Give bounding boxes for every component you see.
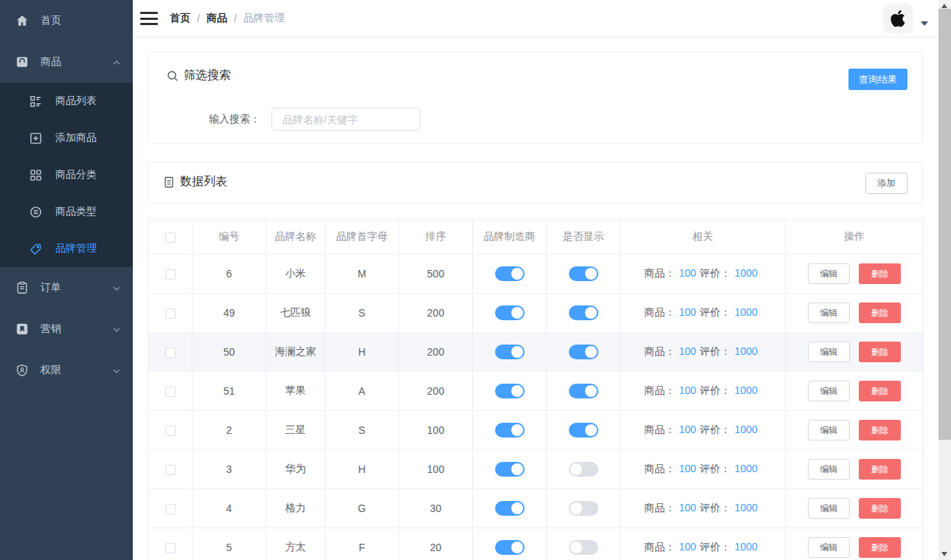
sidebar-item-permission[interactable]: 权限 (0, 350, 133, 391)
brand-letter-cell: H (325, 450, 399, 489)
show-toggle[interactable] (569, 345, 598, 359)
delete-button[interactable]: 删除 (859, 537, 901, 558)
sidebar-item-add-product[interactable]: 添加商品 (0, 120, 133, 156)
brand-sort-cell: 30 (399, 489, 473, 528)
review-count-link[interactable]: 1000 (735, 345, 758, 357)
sidebar-item-product[interactable]: 商品 (0, 41, 133, 83)
brand-search-input[interactable] (272, 108, 421, 131)
show-toggle[interactable] (569, 266, 598, 281)
show-toggle[interactable] (569, 305, 598, 320)
review-count-link[interactable]: 1000 (735, 267, 758, 279)
query-result-button[interactable]: 查询结果 (848, 69, 907, 90)
delete-button[interactable]: 删除 (859, 420, 901, 440)
scroll-up-arrow-icon[interactable] (941, 4, 947, 8)
factory-toggle[interactable] (495, 384, 525, 398)
edit-button[interactable]: 编辑 (808, 459, 850, 480)
sidebar-item-brand-management[interactable]: 品牌管理 (0, 230, 133, 267)
sidebar-item-marketing[interactable]: 营销 (0, 308, 133, 350)
edit-button[interactable]: 编辑 (808, 342, 850, 362)
show-toggle[interactable] (569, 462, 598, 477)
review-count-link[interactable]: 1000 (735, 424, 758, 435)
row-checkbox[interactable] (165, 308, 176, 319)
row-checkbox[interactable] (165, 348, 176, 358)
table-row: 3 华为 H 100 商品：100评价：1000 编辑删除 (148, 450, 924, 489)
scroll-down-arrow-icon[interactable] (941, 552, 947, 556)
row-checkbox[interactable] (165, 387, 176, 397)
edit-button[interactable]: 编辑 (808, 381, 850, 401)
show-toggle[interactable] (569, 540, 598, 555)
row-checkbox[interactable] (165, 269, 176, 280)
factory-toggle[interactable] (495, 305, 525, 320)
table-list-icon (163, 176, 175, 188)
column-header-sort: 排序 (399, 220, 473, 255)
sidebar-item-product-list[interactable]: 商品列表 (0, 83, 133, 120)
factory-toggle[interactable] (495, 462, 525, 477)
review-count-link[interactable]: 1000 (735, 384, 758, 396)
sidebar-item-label: 商品分类 (55, 168, 97, 182)
delete-button[interactable]: 删除 (859, 342, 901, 362)
product-count-link[interactable]: 100 (679, 384, 696, 396)
product-count-link[interactable]: 100 (679, 306, 696, 318)
vertical-scrollbar[interactable] (938, 0, 951, 560)
review-count-link[interactable]: 1000 (735, 502, 758, 514)
filter-card: 筛选搜索 查询结果 输入搜索： (148, 52, 923, 144)
product-count-link[interactable]: 100 (679, 463, 696, 474)
delete-button[interactable]: 删除 (859, 303, 901, 323)
scrollbar-thumb[interactable] (938, 9, 951, 440)
show-toggle[interactable] (569, 501, 598, 516)
review-count-link[interactable]: 1000 (735, 306, 758, 318)
factory-toggle[interactable] (495, 501, 525, 516)
breadcrumb-product[interactable]: 商品 (207, 12, 227, 25)
product-count-link[interactable]: 100 (679, 502, 696, 514)
related-cell: 商品：100评价：1000 (620, 255, 786, 294)
delete-button[interactable]: 删除 (859, 459, 901, 480)
sidebar-item-label: 订单 (41, 281, 112, 294)
sidebar-item-order[interactable]: 订单 (0, 267, 133, 308)
sidebar-item-label: 营销 (41, 322, 112, 336)
data-list-title: 数据列表 (163, 174, 227, 190)
factory-toggle[interactable] (495, 423, 525, 438)
delete-button[interactable]: 删除 (859, 381, 901, 401)
brand-name-cell: 格力 (266, 489, 325, 528)
add-brand-button[interactable]: 添加 (865, 173, 907, 194)
product-count-label: 商品： (644, 541, 675, 553)
factory-toggle[interactable] (495, 540, 525, 555)
sidebar-item-product-category[interactable]: 商品分类 (0, 156, 133, 193)
delete-button[interactable]: 删除 (859, 498, 901, 519)
user-dropdown-caret-icon[interactable] (921, 21, 928, 26)
review-count-link[interactable]: 1000 (735, 463, 758, 474)
delete-button[interactable]: 删除 (859, 263, 901, 284)
product-count-link[interactable]: 100 (679, 267, 696, 279)
edit-button[interactable]: 编辑 (808, 498, 850, 519)
bookmark-icon (15, 322, 29, 336)
brand-id-cell: 49 (193, 294, 266, 333)
brand-id-cell: 2 (193, 411, 266, 450)
table-row: 50 海澜之家 H 200 商品：100评价：1000 编辑删除 (148, 333, 924, 372)
product-count-link[interactable]: 100 (679, 424, 696, 435)
user-avatar[interactable] (883, 4, 913, 33)
select-all-checkbox[interactable] (165, 232, 176, 243)
show-toggle[interactable] (569, 423, 598, 438)
table-body: 6 小米 M 500 商品：100评价：1000 编辑删除 49 七匹狼 S 2… (148, 255, 924, 560)
product-count-label: 商品： (644, 384, 675, 396)
review-count-link[interactable]: 1000 (735, 541, 758, 553)
edit-button[interactable]: 编辑 (808, 303, 850, 323)
related-cell: 商品：100评价：1000 (620, 333, 786, 372)
row-checkbox[interactable] (165, 504, 176, 514)
edit-button[interactable]: 编辑 (808, 263, 850, 284)
row-checkbox[interactable] (165, 543, 176, 553)
sidebar-item-home[interactable]: 首页 (0, 0, 133, 41)
factory-toggle[interactable] (495, 266, 525, 281)
edit-button[interactable]: 编辑 (808, 537, 850, 558)
chevron-down-icon (112, 283, 121, 292)
breadcrumb-home[interactable]: 首页 (170, 12, 190, 25)
product-count-link[interactable]: 100 (679, 541, 696, 553)
show-toggle[interactable] (569, 384, 598, 398)
product-count-link[interactable]: 100 (679, 345, 696, 357)
row-checkbox[interactable] (165, 426, 176, 436)
edit-button[interactable]: 编辑 (808, 420, 850, 440)
hamburger-menu-icon[interactable] (140, 11, 158, 26)
row-checkbox[interactable] (165, 465, 176, 475)
sidebar-item-product-type[interactable]: 商品类型 (0, 193, 133, 230)
factory-toggle[interactable] (495, 345, 525, 359)
